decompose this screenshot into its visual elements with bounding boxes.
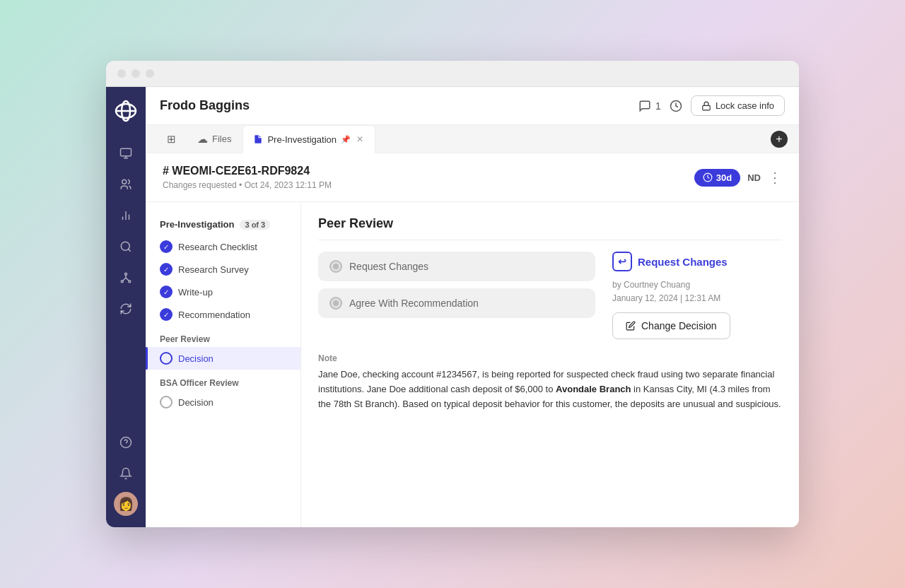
sidebar: 👩 [106,87,146,527]
svg-rect-3 [121,148,132,156]
traffic-light-minimize[interactable] [132,69,140,78]
write-up-label: Write-up [178,287,213,298]
svg-rect-15 [703,105,711,110]
note-label: Note [318,353,782,363]
nav-peer-review-decision[interactable]: Decision [146,347,300,370]
request-changes-label: Request Changes [349,261,428,272]
sidebar-item-monitor[interactable] [113,141,139,166]
nav-recommendation[interactable]: ✓ Recommendation [146,303,300,326]
peer-review-options: Request Changes Agree With Recommendatio… [318,252,595,339]
circle-icon-bsa-decision [160,396,173,408]
bsa-officer-review-nav-label: BSA Officer Review [160,378,239,388]
more-options-button[interactable]: ⋮ [768,169,782,186]
nav-write-up[interactable]: ✓ Write-up [146,281,300,303]
note-highlighted-branch: Avondale Branch [556,384,631,394]
pencil-icon [626,321,636,331]
decision-by: by Courtney Chuang [612,278,782,292]
svg-point-12 [129,281,131,283]
request-changes-radio [329,260,342,273]
circle-icon-peer-review-decision [160,352,173,365]
research-checklist-label: Research Checklist [178,242,257,252]
sidebar-item-notifications[interactable] [113,461,139,486]
request-changes-option[interactable]: Request Changes [318,252,595,281]
bsa-decision-label: Decision [178,397,214,408]
tab-pre-investigation[interactable]: Pre-Investigation 📌 ✕ [243,125,375,153]
agree-with-recommendation-option[interactable]: Agree With Recommendation [318,288,595,318]
recommendation-label: Recommendation [178,310,250,320]
change-decision-label: Change Decision [641,320,717,331]
clock-icon [703,172,713,182]
tabs-bar: ⊞ ☁ Files Pre-Investigation 📌 ✕ + [146,125,799,153]
timer-value: 30d [716,172,732,183]
app-content: 👩 Frodo Baggins 1 Lock case [106,87,799,527]
header-actions: 1 Lock case info [638,95,785,116]
decision-date: January 12, 2024 | 12:31 AM [612,292,782,305]
add-tab-button[interactable]: + [771,131,788,148]
agree-radio [329,297,342,310]
assignee-badge: ND [747,172,761,183]
lock-case-button[interactable]: Lock case info [691,95,785,116]
sidebar-item-analytics[interactable] [113,203,139,228]
sidebar-item-help[interactable] [113,430,139,455]
check-icon-recommendation: ✓ [160,308,173,321]
sidebar-item-refresh[interactable] [113,296,139,322]
history-button[interactable] [670,100,682,112]
title-bar [106,61,799,87]
svg-point-10 [125,273,127,275]
svg-point-8 [121,242,129,250]
traffic-light-maximize[interactable] [146,69,154,78]
comment-count: 1 [655,100,661,112]
nav-bsa-decision[interactable]: Decision [146,391,300,413]
main-content: Frodo Baggins 1 Lock case info [146,87,799,527]
case-main: # WEOMI-CE2E61-RDF9824 Changes requested… [146,153,799,527]
peer-review-section: Peer Review [146,326,300,347]
comments-button[interactable]: 1 [638,100,661,112]
user-avatar[interactable]: 👩 [114,492,138,516]
case-header: # WEOMI-CE2E61-RDF9824 Changes requested… [146,153,799,202]
case-timestamp: Oct 24, 2023 12:11 PM [245,180,332,190]
pre-investigation-label: Pre-Investigation [160,219,234,230]
sidebar-item-users[interactable] [113,172,139,197]
tab-close-button[interactable]: ✕ [355,133,365,146]
peer-review-nav-label: Peer Review [160,334,210,344]
svg-line-9 [128,249,130,251]
sidebar-item-search[interactable] [113,234,139,259]
pre-investigation-doc-icon [253,134,263,144]
note-text: Jane Doe, checking account #1234567, is … [318,368,782,411]
right-content-panel: Peer Review Request Changes [301,202,799,527]
svg-point-4 [122,180,127,184]
logo-icon [113,98,139,124]
case-status: Changes requested [163,180,237,190]
change-decision-button[interactable]: Change Decision [612,312,730,339]
traffic-light-close[interactable] [117,69,126,78]
case-header-right: 30d ND ⋮ [694,169,782,187]
tab-home[interactable]: ⊞ [157,126,186,153]
sidebar-item-diagram[interactable] [113,265,139,290]
lock-case-label: Lock case info [716,100,774,111]
decision-info: ↩ Request Changes by Courtney Chuang Jan… [612,252,782,339]
case-info: # WEOMI-CE2E61-RDF9824 Changes requested… [163,165,332,190]
sidebar-bottom: 👩 [113,430,139,516]
decision-meta: by Courtney Chuang January 12, 2024 | 12… [612,278,782,305]
case-id: # WEOMI-CE2E61-RDF9824 [163,165,332,177]
check-icon-write-up: ✓ [160,286,173,298]
case-meta: Changes requested • Oct 24, 2023 12:11 P… [163,180,332,190]
timer-badge: 30d [694,169,740,187]
check-icon-research-survey: ✓ [160,263,173,276]
tab-files[interactable]: ☁ Files [187,126,241,153]
pre-investigation-section: Pre-Investigation 3 of 3 [146,216,300,235]
pre-investigation-badge: 3 of 3 [240,220,270,230]
tab-files-label: Files [212,134,231,144]
nav-research-survey[interactable]: ✓ Research Survey [146,258,300,281]
check-icon-research-checklist: ✓ [160,240,173,253]
research-survey-label: Research Survey [178,264,249,275]
home-grid-icon: ⊞ [167,133,176,146]
app-window: 👩 Frodo Baggins 1 Lock case [106,61,799,527]
decision-type-icon: ↩ [612,252,632,271]
nav-research-checklist[interactable]: ✓ Research Checklist [146,235,300,258]
decision-header: ↩ Request Changes [612,252,782,271]
peer-review-decision-label: Decision [178,353,214,364]
note-section: Note Jane Doe, checking account #1234567… [318,353,782,411]
case-owner-name: Frodo Baggins [160,98,250,113]
files-cloud-icon: ☁ [197,133,208,146]
